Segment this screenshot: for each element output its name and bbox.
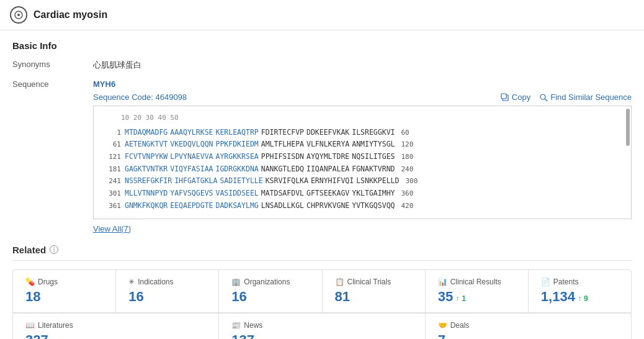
- related-item-patents[interactable]: 📄 Patents 1,134 ↑9: [529, 270, 631, 313]
- svg-rect-3: [501, 94, 506, 99]
- related-item-indications[interactable]: ✳ Indications 16: [116, 270, 219, 313]
- seq-seg1: GAGKTVNTKR: [125, 163, 168, 176]
- related-item-value-patents: 1,134 ↑9: [541, 289, 619, 305]
- delta-arrow-clinical-results: ↑: [455, 294, 459, 303]
- drugs-icon: 💊: [25, 278, 35, 286]
- related-label-text-organizations: Organizations: [244, 278, 290, 286]
- seq-seg2: VKEDQVLQQN: [170, 138, 213, 151]
- seq-seg5: IIQANPALEA: [306, 163, 349, 176]
- related-item-organizations[interactable]: 🏢 Organizations 16: [219, 270, 322, 313]
- sequence-label: Sequence: [12, 79, 93, 89]
- related-item-clinical-results[interactable]: 📊 Clinical Results 35 ↑1: [426, 270, 529, 313]
- find-similar-button[interactable]: Find Similar Sequence: [539, 93, 632, 102]
- seq-end-num: 60: [401, 127, 409, 139]
- delta-num-patents: 9: [584, 294, 588, 303]
- related-item-value-literatures: 327: [25, 332, 206, 340]
- related-label-text-drugs: Drugs: [38, 278, 58, 286]
- seq-seg3: PPKFDKIEDM: [216, 138, 259, 151]
- seq-seg3: KERLEAQTRP: [216, 127, 259, 139]
- clinical-trials-icon: 📋: [335, 278, 344, 286]
- related-item-label-literatures: 📖 Literatures: [25, 321, 206, 330]
- seq-seg4: PPHIFSISDN: [261, 151, 304, 163]
- related-item-drugs[interactable]: 💊 Drugs 18: [13, 270, 116, 313]
- literatures-icon: 📖: [25, 321, 35, 330]
- related-item-deals[interactable]: 🤝 Deals 7: [426, 314, 631, 340]
- seq-seg3: IGDRGKKDNA: [216, 163, 259, 176]
- seq-seg5: VLFNLKERYA: [306, 138, 349, 151]
- delta-arrow-patents: ↑: [578, 294, 581, 303]
- related-item-label-news: 📰 News: [231, 321, 412, 330]
- related-count-indications: 16: [128, 289, 143, 305]
- seq-seg3: DADKSAYLMG: [216, 200, 259, 212]
- sequence-row: 61 AETENGKTVT VKEDQVLQQN PPKFDKIEDM AMLT…: [102, 138, 622, 151]
- sequence-row: 181 GAGKTVNTKR VIQYFASIAA IGDRGKKDNA NAN…: [102, 163, 622, 176]
- seq-seg5: GFTSEEKAGV: [306, 188, 349, 200]
- seq-row-num: 61: [102, 139, 121, 151]
- related-item-clinical-trials[interactable]: 📋 Clinical Trials 81: [323, 270, 426, 313]
- seq-seg6: FGNAKTVRND: [352, 163, 395, 176]
- view-all-link[interactable]: View All(7): [93, 224, 131, 233]
- sequence-code: Sequence Code: 4649098: [93, 93, 187, 102]
- seq-seg4: MATDSAFDVL: [261, 188, 304, 200]
- related-label-text-deals: Deals: [450, 321, 470, 330]
- indications-icon: ✳: [128, 278, 135, 286]
- related-count-organizations: 16: [231, 289, 246, 305]
- related-label-text-literatures: Literatures: [38, 321, 73, 330]
- header: Cardiac myosin: [0, 0, 644, 30]
- related-count-literatures: 327: [25, 332, 48, 340]
- seq-end-num: 240: [401, 164, 414, 176]
- seq-seg2: EEQAEPDGTE: [170, 200, 213, 212]
- related-item-label-drugs: 💊 Drugs: [25, 278, 103, 286]
- related-item-value-deals: 7: [438, 332, 619, 340]
- seq-seg4: KSRVIFQLKA: [266, 175, 308, 188]
- related-item-label-indications: ✳ Indications: [128, 278, 206, 286]
- seq-row-num: 181: [102, 164, 121, 176]
- seq-seg4: NANKGTLEDQ: [261, 163, 304, 176]
- seq-seg1: FCVTVNPYKW: [125, 151, 168, 163]
- related-count-deals: 7: [438, 332, 445, 340]
- related-item-value-drugs: 18: [25, 289, 103, 305]
- sequence-ruler: 10 20 30 40 50: [102, 112, 622, 124]
- seq-seg4: AMLTFLHEPA: [261, 138, 304, 151]
- seq-seg3: VASIDDSEEL: [216, 188, 259, 200]
- seq-seg5: CHPRVKVGNE: [306, 200, 349, 212]
- seq-row-num: 241: [102, 176, 121, 188]
- seq-end-num: 180: [401, 151, 414, 163]
- seq-end-num: 300: [405, 176, 418, 188]
- related-label-text-news: News: [244, 321, 262, 330]
- related-label-text-clinical-results: Clinical Results: [450, 278, 501, 286]
- related-label-text-clinical-trials: Clinical Trials: [347, 278, 391, 286]
- related-item-label-patents: 📄 Patents: [541, 278, 619, 286]
- sequence-gene-link[interactable]: MYH6: [93, 79, 115, 89]
- related-item-literatures[interactable]: 📖 Literatures 327: [13, 314, 219, 340]
- sequence-row: 241 NSSREFGKFIR IHFGATGKLA SADIETYLLE KS…: [102, 175, 622, 188]
- related-count-patents: 1,134: [541, 289, 575, 305]
- synonyms-label: Synonyms: [12, 60, 93, 69]
- seq-seg4: FDIRTECFVP: [261, 127, 304, 139]
- seq-seg6: ILSREGGKVI: [352, 127, 395, 139]
- patents-icon: 📄: [541, 278, 550, 286]
- seq-seg6: YVTKGQSVQQ: [352, 200, 395, 212]
- related-count-clinical-trials: 81: [335, 289, 350, 305]
- related-label-text-patents: Patents: [553, 278, 579, 286]
- related-count-clinical-results: 35: [438, 289, 453, 305]
- seq-seg1: AETENGKTVT: [125, 138, 168, 151]
- copy-button[interactable]: Copy: [501, 93, 530, 102]
- related-info-icon[interactable]: i: [50, 245, 58, 254]
- related-label-text-indications: Indications: [138, 278, 173, 286]
- related-item-label-deals: 🤝 Deals: [438, 321, 619, 330]
- seq-row-num: 361: [102, 201, 121, 212]
- related-count-drugs: 18: [25, 289, 40, 305]
- seq-seg1: MLLVTNNPYD: [125, 188, 168, 200]
- seq-end-num: 360: [401, 188, 414, 200]
- seq-end-num: 120: [401, 139, 414, 151]
- seq-end-num: 420: [401, 201, 414, 212]
- related-row1: 💊 Drugs 18 ✳ Indications 16 🏢 Organizati…: [12, 269, 632, 314]
- synonyms-value: 心肌肌球蛋白: [93, 60, 632, 71]
- related-item-news[interactable]: 📰 News 137 ↑9: [219, 314, 425, 340]
- molecule-icon: [10, 6, 27, 24]
- related-item-value-clinical-trials: 81: [335, 289, 413, 305]
- seq-seg1: MTDAQMADFG: [125, 127, 168, 139]
- sequence-row: 301 MLLVTNNPYD YAFVSQGEVS VASIDDSEEL MAT…: [102, 188, 622, 200]
- seq-seg6: LSNKKPELLD: [356, 175, 399, 188]
